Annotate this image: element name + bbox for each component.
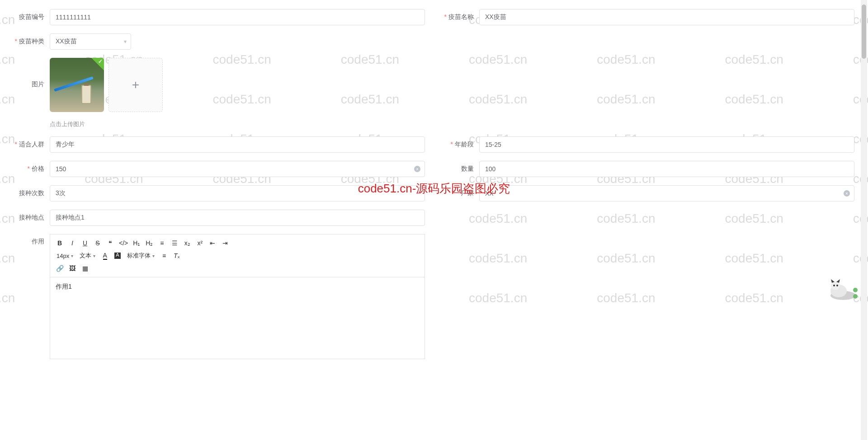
- editor-toolbar: B I U S ❝ </> H₁ H₂ ≡ ☰ x₂ x² ⇤ ⇥: [50, 234, 425, 277]
- bold-button[interactable]: B: [54, 237, 66, 249]
- field-effect: 作用 B I U S ❝ </> H₁ H₂ ≡ ☰ x₂: [14, 234, 425, 359]
- label-location: 接种地点: [14, 214, 50, 222]
- subscript-button[interactable]: x₂: [181, 237, 193, 249]
- font-family-select[interactable]: 标准字体▾: [124, 250, 157, 262]
- label-vaccine-type: 疫苗种类: [14, 37, 50, 46]
- h2-button[interactable]: H₂: [143, 237, 155, 249]
- paragraph-select[interactable]: 文本▾: [77, 250, 98, 262]
- input-manufacturer[interactable]: [479, 185, 854, 201]
- strike-button[interactable]: S: [92, 237, 104, 249]
- input-price[interactable]: [50, 161, 425, 177]
- vial-icon: [81, 85, 91, 104]
- label-suitable-people: 适合人群: [14, 140, 50, 149]
- input-location[interactable]: [50, 210, 425, 226]
- field-manufacturer: 厂家 ×: [443, 185, 854, 201]
- field-doses: 接种次数: [14, 185, 425, 201]
- uploaded-image[interactable]: [50, 58, 104, 112]
- label-effect: 作用: [14, 234, 50, 246]
- scrollbar-thumb[interactable]: [862, 5, 866, 59]
- label-vaccine-id: 疫苗编号: [14, 13, 50, 21]
- input-vaccine-id[interactable]: [50, 9, 425, 25]
- scrollbar[interactable]: [861, 0, 867, 376]
- vaccine-form: 疫苗编号 疫苗名称 疫苗种类 ▾ 图片: [0, 0, 868, 376]
- label-doses: 接种次数: [14, 189, 50, 197]
- plus-icon: +: [132, 78, 139, 92]
- field-image: 图片 + 点击上传图片: [14, 58, 854, 128]
- check-icon: [91, 58, 104, 70]
- field-age-range: 年龄段: [443, 136, 854, 153]
- link-button[interactable]: 🔗: [54, 262, 66, 274]
- select-vaccine-type[interactable]: [50, 33, 131, 50]
- input-doses[interactable]: [50, 185, 425, 201]
- unordered-list-button[interactable]: ☰: [169, 237, 180, 249]
- code-button[interactable]: </>: [117, 237, 130, 249]
- clear-format-button[interactable]: Tₓ: [171, 250, 183, 262]
- video-button[interactable]: ▦: [79, 262, 91, 274]
- underline-button[interactable]: U: [79, 237, 91, 249]
- h1-button[interactable]: H₁: [131, 237, 142, 249]
- clear-icon[interactable]: ×: [844, 190, 850, 197]
- field-vaccine-type: 疫苗种类 ▾: [14, 33, 854, 50]
- field-quantity: 数量: [443, 161, 854, 177]
- italic-button[interactable]: I: [66, 237, 78, 249]
- align-button[interactable]: ≡: [158, 250, 170, 262]
- field-vaccine-id: 疫苗编号: [14, 9, 425, 25]
- indent-right-button[interactable]: ⇥: [219, 237, 231, 249]
- label-price: 价格: [14, 165, 50, 173]
- indent-left-button[interactable]: ⇤: [207, 237, 218, 249]
- input-suitable-people[interactable]: [50, 136, 425, 153]
- label-vaccine-name: 疫苗名称: [443, 13, 479, 21]
- superscript-button[interactable]: x²: [194, 237, 206, 249]
- input-quantity[interactable]: [479, 161, 854, 177]
- upload-hint: 点击上传图片: [50, 120, 163, 128]
- label-manufacturer: 厂家: [443, 189, 479, 197]
- upload-button[interactable]: +: [108, 58, 163, 112]
- editor-content-area[interactable]: 作用1: [50, 277, 425, 359]
- ordered-list-button[interactable]: ≡: [156, 237, 168, 249]
- label-quantity: 数量: [443, 165, 479, 173]
- bg-color-button[interactable]: [112, 250, 123, 262]
- label-image: 图片: [14, 58, 50, 89]
- image-button[interactable]: 🖼: [66, 262, 78, 274]
- quote-button[interactable]: ❝: [104, 237, 116, 249]
- clear-icon[interactable]: ×: [414, 166, 420, 172]
- field-price: 价格 ×: [14, 161, 425, 177]
- rich-text-editor: B I U S ❝ </> H₁ H₂ ≡ ☰ x₂ x² ⇤ ⇥: [50, 234, 425, 359]
- input-age-range[interactable]: [479, 136, 854, 153]
- font-size-select[interactable]: 14px▾: [54, 250, 76, 262]
- label-age-range: 年龄段: [443, 140, 479, 149]
- input-vaccine-name[interactable]: [479, 9, 854, 25]
- field-suitable-people: 适合人群: [14, 136, 425, 153]
- font-color-button[interactable]: A: [99, 250, 111, 262]
- field-location: 接种地点: [14, 210, 425, 226]
- field-vaccine-name: 疫苗名称: [443, 9, 854, 25]
